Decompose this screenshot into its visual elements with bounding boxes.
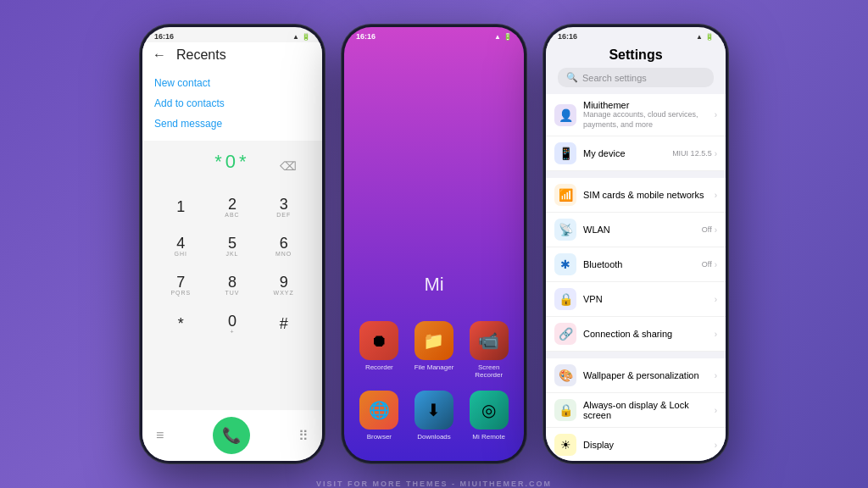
new-contact-link[interactable]: New contact (154, 73, 310, 93)
dial-display: *0* ⌫ 1 2ABC 3DEF 4GHI 5JKL 6MNO 7PQRS 8… (142, 141, 322, 410)
miuithemer-title: Miuithemer (583, 100, 715, 110)
key-hash[interactable]: # (259, 305, 309, 342)
display-content: Display (583, 440, 715, 450)
screenrec-icon: 📹 (470, 321, 509, 360)
always-on-right: › (715, 406, 717, 415)
chevron-icon: › (715, 110, 717, 119)
settings-item-display[interactable]: ☀ Display › (546, 428, 726, 461)
always-on-icon: 🔒 (554, 399, 576, 421)
bluetooth-status: Off (702, 260, 712, 269)
key-8[interactable]: 8TUV (208, 266, 258, 303)
call-button[interactable]: 📞 (213, 417, 250, 454)
chevron-icon: › (715, 295, 717, 304)
connection-title: Connection & sharing (583, 329, 715, 339)
connection-content: Connection & sharing (583, 329, 715, 339)
phone1-header: ← Recents (142, 42, 322, 69)
settings-item-wallpaper[interactable]: 🎨 Wallpaper & personalization › (546, 358, 726, 393)
vpn-content: VPN (583, 294, 715, 304)
key-0[interactable]: 0+ (208, 305, 258, 342)
chevron-icon: › (715, 371, 717, 380)
browser-label: Browser (367, 433, 392, 441)
my-device-icon: 📱 (554, 142, 576, 164)
always-on-content: Always-on display & Lock screen (583, 400, 715, 420)
vpn-icon: 🔒 (554, 288, 576, 310)
key-6[interactable]: 6MNO (259, 227, 309, 264)
app-recorder[interactable]: ⏺ Recorder (358, 321, 401, 379)
key-9[interactable]: 9WXYZ (259, 266, 309, 303)
display-icon: ☀ (554, 434, 576, 456)
key-2[interactable]: 2ABC (208, 188, 258, 225)
status-time-3: 16:16 (558, 32, 577, 41)
chevron-icon: › (715, 260, 717, 269)
sim-title: SIM cards & mobile networks (583, 190, 715, 200)
app-downloads[interactable]: ⬇ Downloads (413, 391, 456, 441)
settings-list: 👤 Miuithemer Manage accounts, cloud serv… (546, 94, 726, 461)
screenrec-label: Screen Recorder (467, 363, 510, 379)
display-right: › (715, 441, 717, 450)
key-5[interactable]: 5JKL (208, 227, 258, 264)
files-label: File Manager (415, 363, 454, 371)
phone-settings: 16:16 ▲ 🔋 Settings 🔍 Search settings 👤 M… (542, 24, 729, 464)
my-device-right: MIUI 12.5.5 › (672, 149, 717, 158)
chevron-icon: › (715, 149, 717, 158)
settings-item-always-on[interactable]: 🔒 Always-on display & Lock screen › (546, 393, 726, 428)
vpn-right: › (715, 295, 717, 304)
settings-divider-1 (546, 171, 726, 178)
my-device-title: My device (583, 148, 672, 158)
chevron-icon: › (715, 330, 717, 339)
key-star[interactable]: * (156, 305, 206, 342)
wlan-title: WLAN (583, 225, 702, 235)
search-placeholder: Search settings (582, 73, 647, 83)
home-greeting: Mi (344, 42, 524, 313)
settings-item-my-device[interactable]: 📱 My device MIUI 12.5.5 › (546, 136, 726, 171)
settings-title: Settings (558, 47, 714, 63)
search-icon: 🔍 (566, 72, 578, 83)
send-message-link[interactable]: Send message (154, 114, 310, 134)
key-4[interactable]: 4GHI (156, 227, 206, 264)
app-mi-remote[interactable]: ◎ Mi Remote (467, 391, 510, 441)
settings-item-vpn[interactable]: 🔒 VPN › (546, 282, 726, 317)
settings-item-bluetooth[interactable]: ✱ Bluetooth Off › (546, 247, 726, 282)
search-bar[interactable]: 🔍 Search settings (558, 68, 714, 87)
settings-item-connection[interactable]: 🔗 Connection & sharing › (546, 317, 726, 352)
miremote-icon: ◎ (470, 391, 509, 430)
bluetooth-content: Bluetooth (583, 259, 702, 269)
key-3[interactable]: 3DEF (259, 188, 309, 225)
chevron-icon: › (715, 191, 717, 200)
keypad: 1 2ABC 3DEF 4GHI 5JKL 6MNO 7PQRS 8TUV 9W… (156, 188, 309, 342)
status-icons-3: ▲ 🔋 (696, 33, 714, 41)
keypad-icon[interactable]: ⠿ (298, 428, 309, 444)
menu-icon[interactable]: ≡ (156, 428, 164, 443)
downloads-label: Downloads (417, 433, 451, 441)
status-time-1: 16:16 (154, 32, 174, 41)
add-to-contacts-link[interactable]: Add to contacts (154, 93, 310, 114)
status-bar-2: 16:16 ▲ 🔋 (344, 27, 524, 42)
watermark: VISIT FOR MORE THEMES - MIUITHEMER.COM (0, 480, 868, 488)
app-browser[interactable]: 🌐 Browser (358, 391, 401, 441)
app-screen-recorder[interactable]: 📹 Screen Recorder (467, 321, 510, 379)
settings-item-miuithemer[interactable]: 👤 Miuithemer Manage accounts, cloud serv… (546, 94, 726, 136)
delete-icon[interactable]: ⌫ (280, 159, 297, 173)
key-1[interactable]: 1 (156, 188, 206, 225)
settings-item-sim[interactable]: 📶 SIM cards & mobile networks › (546, 178, 726, 213)
phone-dialer: 16:16 ▲ 🔋 ← Recents New contact Add to c… (139, 24, 326, 464)
wallpaper-content: Wallpaper & personalization (583, 370, 715, 380)
browser-icon: 🌐 (359, 391, 398, 430)
settings-item-wlan[interactable]: 📡 WLAN Off › (546, 213, 726, 247)
app-file-manager[interactable]: 📁 File Manager (413, 321, 456, 379)
wallpaper-right: › (715, 371, 717, 380)
back-button[interactable]: ← (153, 47, 166, 63)
chevron-icon: › (715, 406, 717, 415)
bluetooth-icon: ✱ (554, 253, 576, 275)
contact-actions: New contact Add to contacts Send message (142, 69, 322, 141)
recorder-label: Recorder (365, 363, 393, 371)
key-7[interactable]: 7PQRS (156, 266, 206, 303)
files-icon: 📁 (415, 321, 453, 360)
connection-icon: 🔗 (554, 323, 576, 345)
miremote-label: Mi Remote (472, 433, 505, 441)
wallpaper-icon: 🎨 (554, 364, 576, 386)
my-device-content: My device (583, 148, 672, 158)
sim-right: › (715, 191, 717, 200)
display-title: Display (583, 440, 715, 450)
wlan-right: Off › (702, 225, 717, 235)
